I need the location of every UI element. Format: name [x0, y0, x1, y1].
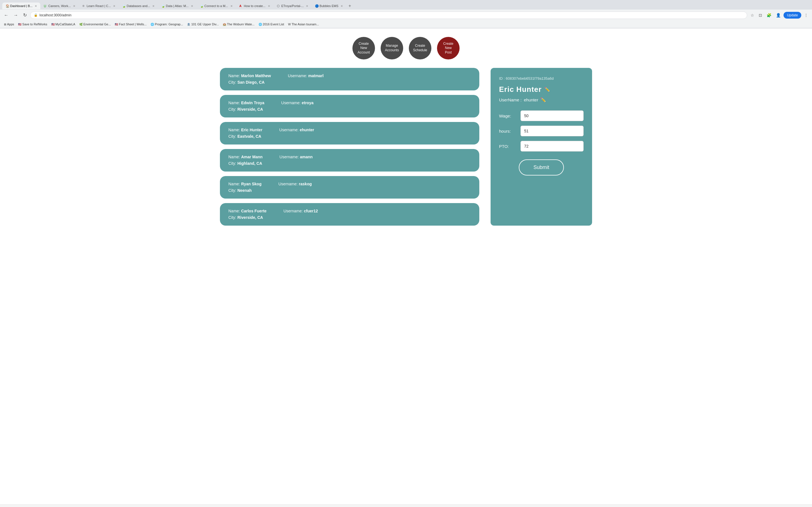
tab-close-how-to[interactable]: ✕: [268, 4, 270, 8]
tab-databases[interactable]: 🍃 Databases and... ✕: [119, 3, 158, 9]
pto-label: PTO:: [499, 144, 516, 149]
tab-connect[interactable]: 🍃 Connect to a M... ✕: [197, 3, 236, 9]
create-new-account-button[interactable]: Create New Account: [352, 37, 375, 59]
tab-close-careers[interactable]: ✕: [73, 4, 75, 8]
employee-card-amar[interactable]: Name: Amar Mann Username: amann City: Hi…: [220, 149, 479, 172]
tab-dashboard[interactable]: 🏠 Dashboard | B... ✕: [2, 3, 40, 9]
url-bar[interactable]: 🔒 localhost:3000/admin: [30, 11, 747, 19]
wage-input[interactable]: [520, 110, 583, 121]
bookmark-environmental[interactable]: 🌿 Environmental Ge...: [78, 22, 112, 27]
environmental-icon: 🌿: [79, 23, 83, 26]
employee-city-edwin: City: Riverside, CA: [229, 107, 471, 112]
employee-card-ryan[interactable]: Name: Ryan Skog Username: raskog City: N…: [220, 176, 479, 199]
pto-input[interactable]: [520, 141, 583, 152]
reload-button[interactable]: ↻: [21, 11, 29, 19]
tab-label-connect: Connect to a M...: [204, 4, 228, 8]
forward-button[interactable]: →: [12, 11, 20, 19]
employee-card-marlon[interactable]: Name: Marlon Matthew Username: matmarl C…: [220, 68, 479, 91]
employee-card-row1-amar: Name: Amar Mann Username: amann: [229, 155, 471, 159]
extensions-button[interactable]: 🧩: [765, 12, 773, 18]
tab-favicon-etroya: ⬡: [277, 4, 280, 8]
employee-city-ryan: City: Neenah: [229, 188, 471, 193]
tab-close-etroya[interactable]: ✕: [306, 4, 308, 8]
submit-button[interactable]: Submit: [519, 159, 564, 175]
employee-card-row1-carlos: Name: Carlos Fuerte Username: cfuer12: [229, 209, 471, 213]
menu-button[interactable]: ⋮: [802, 12, 810, 18]
factsheet-icon: 🇺🇸: [115, 23, 118, 26]
wage-field-row: Wage:: [499, 110, 583, 121]
tab-close-data-atlas[interactable]: ✕: [191, 4, 193, 8]
bookmark-factsheet[interactable]: 🇺🇸 Fact Sheet | Wells...: [113, 22, 148, 27]
tab-close-dashboard[interactable]: ✕: [35, 4, 37, 8]
bookmark-2016[interactable]: 🌐 2016 Event List: [257, 22, 286, 27]
lock-icon: 🔒: [34, 13, 38, 17]
tab-bubbles[interactable]: 🔵 Bubbles EMS ✕: [312, 3, 346, 9]
create-schedule-button[interactable]: Create Schedule: [409, 37, 432, 59]
tab-label-etroya: ETroya/Portal-...: [282, 4, 304, 8]
bookmark-apps-label: Apps: [7, 22, 14, 26]
woburn-icon: 🏫: [223, 23, 226, 26]
employee-name-marlon: Name: Marlon Matthew: [229, 73, 271, 78]
employee-card-row1-ryan: Name: Ryan Skog Username: raskog: [229, 182, 471, 186]
tab-close-bubbles[interactable]: ✕: [341, 4, 343, 8]
bookmark-tsunami[interactable]: W The Asian tsunam...: [287, 22, 321, 27]
update-button[interactable]: Update: [783, 12, 801, 18]
employee-card-row1-edwin: Name: Edwin Troya Username: etroya: [229, 101, 471, 105]
tab-favicon-connect: 🍃: [200, 4, 203, 8]
detail-panel: ID : 608307ebeb6531f79a135a6d Eric Hunte…: [491, 68, 592, 226]
employee-username-marlon: Username: matmarl: [288, 73, 324, 78]
bookmark-star-button[interactable]: ☆: [749, 12, 756, 18]
program-icon: 🌐: [151, 23, 154, 26]
tab-favicon-react: ⚛: [82, 4, 86, 8]
tab-careers[interactable]: U Careers, Work... ✕: [40, 3, 79, 9]
username-value: ehunter: [524, 98, 538, 102]
profile-button[interactable]: 👤: [774, 12, 782, 18]
new-tab-button[interactable]: +: [346, 2, 353, 10]
url-text: localhost:3000/admin: [40, 13, 744, 17]
employee-card-eric[interactable]: Name: Eric Hunter Username: ehunter City…: [220, 122, 479, 145]
username-label: UserName :: [499, 98, 522, 102]
bookmark-refworks[interactable]: 🇺🇸 Save to RefWorks: [16, 22, 49, 27]
detail-id: ID : 608307ebeb6531f79a135a6d: [499, 76, 583, 80]
pto-field-row: PTO:: [499, 141, 583, 152]
tab-label-careers: Careers, Work...: [48, 4, 71, 8]
bookmark-factsheet-label: Fact Sheet | Wells...: [119, 22, 147, 26]
employee-username-edwin: Username: etroya: [282, 101, 313, 105]
main-layout: Name: Marlon Matthew Username: matmarl C…: [209, 65, 603, 237]
bookmark-apps[interactable]: ⊞ Apps: [2, 22, 16, 27]
bookmark-program-label: Program: Geograp...: [155, 22, 183, 26]
manage-accounts-button[interactable]: Manage Accounts: [380, 37, 403, 59]
hours-label: hours:: [499, 129, 516, 133]
tab-data-atlas[interactable]: 🍃 Data | Atlas: M... ✕: [158, 3, 197, 9]
tab-react[interactable]: ⚛ Learn React | C... ✕: [79, 3, 119, 9]
bookmark-calstatela[interactable]: 🇺🇸 MyCalStateLA: [50, 22, 77, 27]
hours-input[interactable]: [520, 126, 583, 136]
bookmark-woburn-label: The Woburn Wate...: [227, 22, 255, 26]
employee-username-ryan: Username: raskog: [278, 182, 312, 186]
id-value: 608307ebeb6531f79a135a6d: [506, 76, 554, 80]
employee-card-carlos[interactable]: Name: Carlos Fuerte Username: cfuer12 Ci…: [220, 203, 479, 226]
tab-close-databases[interactable]: ✕: [152, 4, 154, 8]
id-label: ID :: [499, 76, 505, 80]
tab-close-connect[interactable]: ✕: [231, 4, 233, 8]
employee-card-edwin[interactable]: Name: Edwin Troya Username: etroya City:…: [220, 95, 479, 117]
create-new-post-button[interactable]: Create New Post: [437, 37, 460, 59]
tab-favicon-dashboard: 🏠: [6, 4, 9, 8]
ge-icon: 🏦: [187, 23, 190, 26]
back-button[interactable]: ←: [2, 11, 10, 19]
tab-favicon-databases: 🍃: [122, 4, 125, 8]
edit-name-icon[interactable]: ✏️: [545, 87, 550, 92]
action-buttons-row: Create New Account Manage Accounts Creat…: [0, 29, 812, 65]
edit-username-icon[interactable]: ✏️: [541, 97, 546, 103]
bookmark-ge-label: 101 GE Upper Div...: [191, 22, 219, 26]
bookmark-program[interactable]: 🌐 Program: Geograp...: [149, 22, 185, 27]
bookmark-ge[interactable]: 🏦 101 GE Upper Div...: [185, 22, 220, 27]
tab-etroya[interactable]: ⬡ ETroya/Portal-... ✕: [273, 3, 312, 9]
tab-how-to[interactable]: A How to create... ✕: [236, 3, 273, 9]
bookmark-calstatela-label: MyCalStateLA: [56, 22, 75, 26]
bookmark-woburn[interactable]: 🏫 The Woburn Wate...: [221, 22, 256, 27]
hours-field-row: hours:: [499, 126, 583, 136]
screen-cast-button[interactable]: ⊡: [757, 12, 764, 18]
tab-close-react[interactable]: ✕: [113, 4, 115, 8]
bookmarks-bar: ⊞ Apps 🇺🇸 Save to RefWorks 🇺🇸 MyCalState…: [0, 20, 812, 28]
